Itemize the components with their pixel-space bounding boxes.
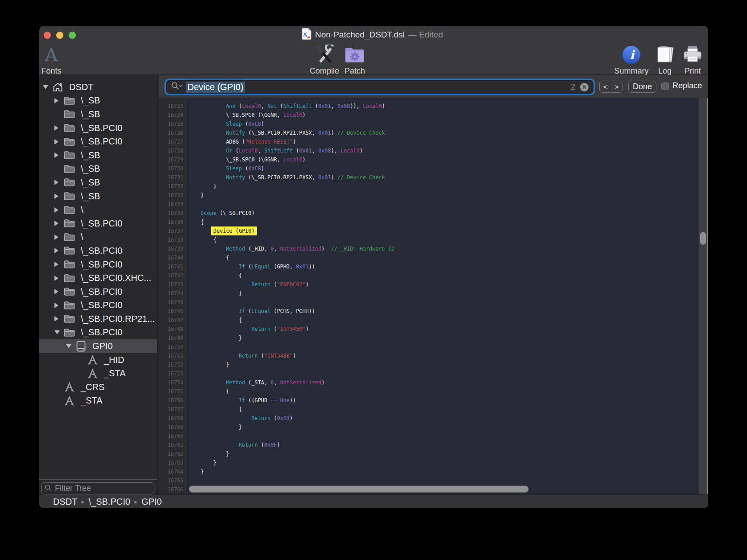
- disclosure-triangle-icon[interactable]: [54, 248, 64, 253]
- code-line[interactable]: [188, 432, 698, 441]
- code-line[interactable]: [188, 342, 698, 351]
- search-input[interactable]: Device (GPI0) 2 ✕: [166, 80, 593, 94]
- tree-item-sbpci0[interactable]: \_SB.PCI0: [39, 299, 157, 313]
- code-line[interactable]: \_SB.SPC0 (\GGNR, Local0): [188, 111, 698, 119]
- code-line[interactable]: [188, 298, 698, 307]
- code-line[interactable]: {: [188, 218, 698, 226]
- code-line[interactable]: }: [188, 449, 698, 458]
- tree-item-[interactable]: \: [39, 231, 157, 244]
- disclosure-triangle-icon[interactable]: [54, 276, 64, 281]
- disclosure-triangle-icon[interactable]: [54, 180, 64, 185]
- code-editor[interactable]: 1672316724167251672616727167281672916730…: [158, 98, 708, 494]
- tree-item-sbpci0[interactable]: \_SB.PCI0: [39, 258, 157, 272]
- code-line[interactable]: {: [188, 387, 698, 396]
- code-line[interactable]: [188, 369, 698, 378]
- tree-item-sb[interactable]: \_SB: [39, 162, 157, 176]
- code-pane[interactable]: And (Local0, Not (ShiftLeft (0x01, 0x08)…: [187, 98, 698, 494]
- code-line[interactable]: [188, 476, 698, 485]
- code-line[interactable]: }: [188, 458, 698, 467]
- horizontal-scrollbar-thumb[interactable]: [189, 486, 529, 493]
- tree-item-sb[interactable]: \_SB: [39, 94, 157, 108]
- tree-item-sta[interactable]: _STA: [39, 394, 157, 408]
- code-line[interactable]: Scope (\_SB.PCI0): [188, 209, 698, 218]
- code-line[interactable]: If (LEqual (GPHD, 0x01)): [188, 262, 698, 271]
- disclosure-triangle-icon[interactable]: [54, 316, 64, 321]
- tree-item-sbpci0rp21[interactable]: \_SB.PCI0.RP21...: [39, 312, 157, 326]
- code-line[interactable]: }: [188, 182, 698, 191]
- log-button[interactable]: Log: [649, 44, 681, 76]
- disclosure-triangle-icon[interactable]: [54, 235, 64, 240]
- code-line[interactable]: }: [188, 334, 698, 342]
- code-line[interactable]: Notify (\_SB.PCI0.RP21.PXSX, 0x01) // De…: [188, 173, 698, 182]
- code-line[interactable]: And (Local0, Not (ShiftLeft (0x01, 0x08)…: [188, 102, 698, 111]
- patch-button[interactable]: Patch: [339, 44, 370, 76]
- disclosure-triangle-icon[interactable]: [54, 139, 64, 144]
- code-line[interactable]: }: [188, 289, 698, 298]
- code-line[interactable]: Notify (\_SB.PCI0.RP21.PXSX, 0x01) // De…: [188, 128, 698, 137]
- tree-item-crs[interactable]: _CRS: [39, 380, 157, 394]
- zoom-window-button[interactable]: [69, 32, 76, 39]
- code-line[interactable]: Return (0x03): [188, 414, 698, 423]
- tree-item-sbpci0[interactable]: \_SB.PCI0: [39, 285, 157, 299]
- close-window-button[interactable]: [44, 32, 51, 39]
- code-line[interactable]: }: [188, 191, 698, 200]
- vertical-scrollbar-track[interactable]: [698, 98, 708, 494]
- code-line[interactable]: {: [188, 235, 698, 244]
- fonts-button[interactable]: A Fonts: [39, 44, 67, 76]
- code-line[interactable]: {: [188, 271, 698, 280]
- code-line[interactable]: Method (_HID, 0, NotSerialized) // _HID:…: [188, 244, 698, 253]
- code-line[interactable]: Device (GPI0): [188, 226, 698, 235]
- breadcrumb-item[interactable]: DSDT: [53, 497, 77, 507]
- tree-item-sbpci0[interactable]: \_SB.PCI0: [39, 217, 157, 231]
- tree-item-dsdt[interactable]: DSDT: [39, 80, 157, 94]
- code-line[interactable]: }: [188, 360, 698, 369]
- disclosure-triangle-icon[interactable]: [54, 98, 64, 103]
- clear-search-button[interactable]: ✕: [580, 83, 589, 91]
- tree-item-[interactable]: \: [39, 203, 157, 217]
- code-line[interactable]: }: [188, 467, 698, 476]
- tree-item-sbpci0[interactable]: \_SB.PCI0: [39, 135, 157, 148]
- filter-tree-input[interactable]: Filter Tree: [41, 482, 154, 494]
- code-line[interactable]: {: [188, 316, 698, 325]
- disclosure-triangle-icon[interactable]: [66, 344, 75, 348]
- replace-checkbox[interactable]: [661, 82, 669, 90]
- breadcrumb-item[interactable]: GPI0: [141, 497, 162, 507]
- tree-item-sbpci0[interactable]: \_SB.PCI0: [39, 244, 157, 258]
- code-line[interactable]: Return ("PNP0C02"): [188, 280, 698, 289]
- tree-item-sb[interactable]: \_SB: [39, 176, 157, 189]
- summary-button[interactable]: i Summary: [611, 44, 652, 76]
- disclosure-triangle-icon[interactable]: [54, 125, 64, 131]
- tree-item-sbpci0xhc[interactable]: \_SB.PCI0.XHC...: [39, 271, 157, 285]
- code-line[interactable]: {: [188, 253, 698, 262]
- code-line[interactable]: Return ("INT3450"): [188, 325, 698, 334]
- code-line[interactable]: [188, 200, 698, 209]
- tree-item-gpi0[interactable]: GPI0: [39, 339, 157, 353]
- disclosure-triangle-icon[interactable]: [54, 207, 64, 213]
- breadcrumb-item[interactable]: \_SB.PCI0: [88, 497, 130, 507]
- disclosure-triangle-icon[interactable]: [54, 289, 64, 294]
- tree-item-hid[interactable]: _HID: [39, 353, 157, 367]
- code-line[interactable]: Sleep (0xC8): [188, 164, 698, 173]
- disclosure-triangle-icon[interactable]: [54, 194, 64, 199]
- code-line[interactable]: Return (0x0F): [188, 441, 698, 449]
- tree-item-sb[interactable]: \_SB: [39, 148, 157, 162]
- vertical-scrollbar-thumb[interactable]: [700, 232, 706, 245]
- code-line[interactable]: \_SB.SPC0 (\GGNR, Local0): [188, 155, 698, 164]
- tree-item-sb[interactable]: \_SB: [39, 107, 157, 121]
- tree-item-sbpci0[interactable]: \_SB.PCI0: [39, 326, 157, 340]
- disclosure-triangle-icon[interactable]: [54, 330, 64, 334]
- code-line[interactable]: Or (Local0, ShiftLeft (0x01, 0x08), Loca…: [188, 146, 698, 155]
- find-next-button[interactable]: >: [611, 81, 622, 92]
- code-line[interactable]: Sleep (0xC8): [188, 119, 698, 128]
- code-line[interactable]: Method (_STA, 0, NotSerialized): [188, 378, 698, 387]
- code-line[interactable]: {: [188, 405, 698, 414]
- disclosure-triangle-icon[interactable]: [43, 85, 52, 89]
- disclosure-triangle-icon[interactable]: [54, 262, 64, 267]
- disclosure-triangle-icon[interactable]: [54, 221, 64, 226]
- compile-button[interactable]: Compile: [309, 44, 340, 76]
- done-button[interactable]: Done: [628, 81, 656, 93]
- tree-item-sbpci0[interactable]: \_SB.PCI0: [39, 121, 157, 135]
- code-line[interactable]: Return ("INT34BB"): [188, 351, 698, 360]
- tree-item-sta[interactable]: _STA: [39, 366, 157, 380]
- disclosure-triangle-icon[interactable]: [54, 152, 64, 158]
